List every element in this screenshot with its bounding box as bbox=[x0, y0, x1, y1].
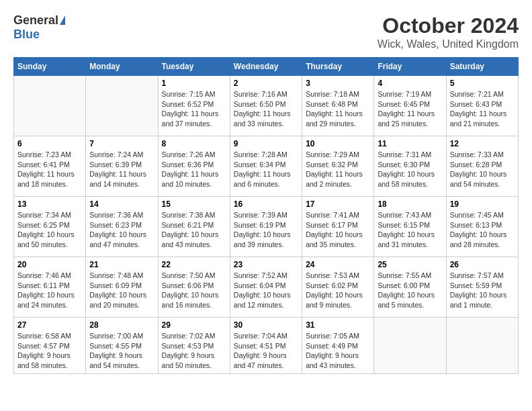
day-number: 11 bbox=[378, 139, 442, 148]
day-number: 27 bbox=[17, 320, 82, 330]
day-info: Sunrise: 7:02 AMSunset: 4:53 PMDaylight:… bbox=[162, 331, 226, 371]
header-sunday: Sunday bbox=[14, 58, 86, 76]
calendar-cell: 13Sunrise: 7:34 AMSunset: 6:25 PMDayligh… bbox=[14, 197, 86, 257]
calendar-cell: 17Sunrise: 7:41 AMSunset: 6:17 PMDayligh… bbox=[302, 197, 374, 257]
day-info: Sunrise: 7:34 AMSunset: 6:25 PMDaylight:… bbox=[17, 210, 82, 250]
calendar-cell: 7Sunrise: 7:24 AMSunset: 6:39 PMDaylight… bbox=[86, 136, 158, 197]
day-info: Sunrise: 7:45 AMSunset: 6:13 PMDaylight:… bbox=[450, 210, 515, 250]
week-row-3: 20Sunrise: 7:46 AMSunset: 6:11 PMDayligh… bbox=[14, 257, 519, 318]
calendar-cell bbox=[14, 76, 86, 136]
day-number: 5 bbox=[450, 79, 515, 88]
header-friday: Friday bbox=[374, 58, 446, 76]
calendar-cell: 28Sunrise: 7:00 AMSunset: 4:55 PMDayligh… bbox=[86, 318, 158, 374]
calendar-cell: 21Sunrise: 7:48 AMSunset: 6:09 PMDayligh… bbox=[86, 257, 158, 318]
location-text: Wick, Wales, United Kingdom bbox=[378, 38, 519, 50]
calendar-cell: 10Sunrise: 7:29 AMSunset: 6:32 PMDayligh… bbox=[302, 136, 374, 197]
day-number: 17 bbox=[306, 199, 370, 209]
day-number: 9 bbox=[234, 139, 298, 148]
day-number: 28 bbox=[89, 320, 154, 330]
logo-general-text: General bbox=[13, 13, 58, 28]
week-row-2: 13Sunrise: 7:34 AMSunset: 6:25 PMDayligh… bbox=[14, 197, 519, 257]
day-number: 10 bbox=[306, 139, 370, 148]
day-number: 25 bbox=[378, 260, 442, 269]
logo-triangle-icon bbox=[60, 15, 65, 25]
day-number: 12 bbox=[450, 139, 515, 148]
calendar-cell: 2Sunrise: 7:16 AMSunset: 6:50 PMDaylight… bbox=[230, 76, 302, 136]
day-number: 14 bbox=[89, 199, 154, 209]
day-info: Sunrise: 7:26 AMSunset: 6:36 PMDaylight:… bbox=[162, 150, 226, 189]
day-number: 24 bbox=[306, 260, 370, 269]
day-number: 23 bbox=[234, 260, 298, 269]
title-area: October 2024 Wick, Wales, United Kingdom bbox=[378, 13, 519, 50]
day-info: Sunrise: 7:33 AMSunset: 6:28 PMDaylight:… bbox=[450, 150, 515, 189]
day-info: Sunrise: 7:57 AMSunset: 5:59 PMDaylight:… bbox=[450, 271, 515, 310]
day-info: Sunrise: 7:39 AMSunset: 6:19 PMDaylight:… bbox=[234, 210, 298, 250]
calendar-cell: 5Sunrise: 7:21 AMSunset: 6:43 PMDaylight… bbox=[446, 76, 518, 136]
calendar-cell: 9Sunrise: 7:28 AMSunset: 6:34 PMDaylight… bbox=[230, 136, 302, 197]
day-number: 8 bbox=[162, 139, 226, 148]
day-number: 4 bbox=[378, 79, 442, 88]
calendar-cell: 18Sunrise: 7:43 AMSunset: 6:15 PMDayligh… bbox=[374, 197, 446, 257]
calendar-cell: 20Sunrise: 7:46 AMSunset: 6:11 PMDayligh… bbox=[14, 257, 86, 318]
day-info: Sunrise: 7:05 AMSunset: 4:49 PMDaylight:… bbox=[306, 331, 370, 371]
week-row-1: 6Sunrise: 7:23 AMSunset: 6:41 PMDaylight… bbox=[14, 136, 519, 197]
day-info: Sunrise: 7:46 AMSunset: 6:11 PMDaylight:… bbox=[17, 271, 82, 310]
day-info: Sunrise: 7:04 AMSunset: 4:51 PMDaylight:… bbox=[234, 331, 298, 371]
header-thursday: Thursday bbox=[302, 58, 374, 76]
day-info: Sunrise: 7:38 AMSunset: 6:21 PMDaylight:… bbox=[162, 210, 226, 250]
day-number: 1 bbox=[162, 79, 226, 88]
calendar-cell: 26Sunrise: 7:57 AMSunset: 5:59 PMDayligh… bbox=[446, 257, 518, 318]
calendar-header-row: SundayMondayTuesdayWednesdayThursdayFrid… bbox=[14, 58, 519, 76]
calendar-cell bbox=[374, 318, 446, 374]
week-row-4: 27Sunrise: 6:58 AMSunset: 4:57 PMDayligh… bbox=[14, 318, 519, 374]
calendar-cell: 14Sunrise: 7:36 AMSunset: 6:23 PMDayligh… bbox=[86, 197, 158, 257]
day-info: Sunrise: 7:18 AMSunset: 6:48 PMDaylight:… bbox=[306, 89, 370, 129]
day-info: Sunrise: 7:23 AMSunset: 6:41 PMDaylight:… bbox=[17, 150, 82, 189]
day-number: 21 bbox=[89, 260, 154, 269]
calendar-cell bbox=[446, 318, 518, 374]
day-number: 29 bbox=[162, 320, 226, 330]
page-header: General Blue October 2024 Wick, Wales, U… bbox=[13, 13, 519, 50]
day-number: 20 bbox=[17, 260, 82, 269]
day-info: Sunrise: 7:48 AMSunset: 6:09 PMDaylight:… bbox=[89, 271, 154, 310]
header-monday: Monday bbox=[86, 58, 158, 76]
calendar-cell: 22Sunrise: 7:50 AMSunset: 6:06 PMDayligh… bbox=[158, 257, 230, 318]
day-info: Sunrise: 7:52 AMSunset: 6:04 PMDaylight:… bbox=[234, 271, 298, 310]
day-number: 2 bbox=[234, 79, 298, 88]
day-number: 7 bbox=[89, 139, 154, 148]
calendar-cell: 31Sunrise: 7:05 AMSunset: 4:49 PMDayligh… bbox=[302, 318, 374, 374]
day-info: Sunrise: 7:41 AMSunset: 6:17 PMDaylight:… bbox=[306, 210, 370, 250]
day-info: Sunrise: 7:21 AMSunset: 6:43 PMDaylight:… bbox=[450, 89, 515, 129]
week-row-0: 1Sunrise: 7:15 AMSunset: 6:52 PMDaylight… bbox=[14, 76, 519, 136]
calendar-cell: 15Sunrise: 7:38 AMSunset: 6:21 PMDayligh… bbox=[158, 197, 230, 257]
day-info: Sunrise: 7:15 AMSunset: 6:52 PMDaylight:… bbox=[162, 89, 226, 129]
calendar-cell: 11Sunrise: 7:31 AMSunset: 6:30 PMDayligh… bbox=[374, 136, 446, 197]
day-info: Sunrise: 7:31 AMSunset: 6:30 PMDaylight:… bbox=[378, 150, 442, 189]
day-number: 22 bbox=[162, 260, 226, 269]
calendar-cell: 30Sunrise: 7:04 AMSunset: 4:51 PMDayligh… bbox=[230, 318, 302, 374]
calendar-cell: 23Sunrise: 7:52 AMSunset: 6:04 PMDayligh… bbox=[230, 257, 302, 318]
day-info: Sunrise: 7:55 AMSunset: 6:00 PMDaylight:… bbox=[378, 271, 442, 310]
header-tuesday: Tuesday bbox=[158, 58, 230, 76]
day-info: Sunrise: 7:53 AMSunset: 6:02 PMDaylight:… bbox=[306, 271, 370, 310]
day-number: 18 bbox=[378, 199, 442, 209]
day-info: Sunrise: 7:28 AMSunset: 6:34 PMDaylight:… bbox=[234, 150, 298, 189]
calendar-cell: 1Sunrise: 7:15 AMSunset: 6:52 PMDaylight… bbox=[158, 76, 230, 136]
day-number: 6 bbox=[17, 139, 82, 148]
day-info: Sunrise: 7:43 AMSunset: 6:15 PMDaylight:… bbox=[378, 210, 442, 250]
day-number: 26 bbox=[450, 260, 515, 269]
day-number: 15 bbox=[162, 199, 226, 209]
day-number: 30 bbox=[234, 320, 298, 330]
day-info: Sunrise: 6:58 AMSunset: 4:57 PMDaylight:… bbox=[17, 331, 82, 371]
month-title: October 2024 bbox=[378, 13, 519, 38]
calendar-cell: 27Sunrise: 6:58 AMSunset: 4:57 PMDayligh… bbox=[14, 318, 86, 374]
calendar-cell: 8Sunrise: 7:26 AMSunset: 6:36 PMDaylight… bbox=[158, 136, 230, 197]
day-info: Sunrise: 7:19 AMSunset: 6:45 PMDaylight:… bbox=[378, 89, 442, 129]
calendar-cell: 6Sunrise: 7:23 AMSunset: 6:41 PMDaylight… bbox=[14, 136, 86, 197]
day-info: Sunrise: 7:16 AMSunset: 6:50 PMDaylight:… bbox=[234, 89, 298, 129]
calendar-cell bbox=[86, 76, 158, 136]
calendar-cell: 3Sunrise: 7:18 AMSunset: 6:48 PMDaylight… bbox=[302, 76, 374, 136]
day-info: Sunrise: 7:50 AMSunset: 6:06 PMDaylight:… bbox=[162, 271, 226, 310]
calendar-cell: 24Sunrise: 7:53 AMSunset: 6:02 PMDayligh… bbox=[302, 257, 374, 318]
calendar-cell: 12Sunrise: 7:33 AMSunset: 6:28 PMDayligh… bbox=[446, 136, 518, 197]
